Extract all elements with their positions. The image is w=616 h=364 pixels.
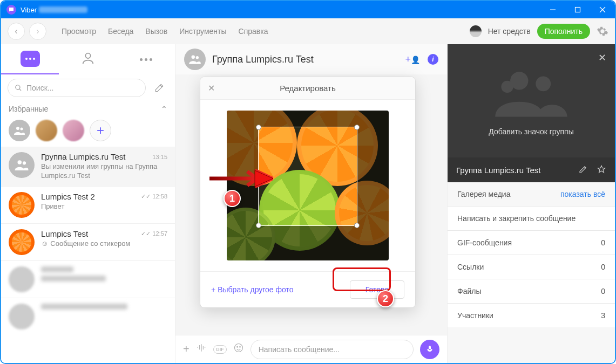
menu-chat[interactable]: Беседа — [108, 27, 133, 36]
media-label: Галерея медиа — [457, 190, 510, 198]
contact-avatar — [9, 192, 35, 218]
chat-item-blurred[interactable] — [1, 261, 175, 298]
crop-handle-bl[interactable] — [256, 223, 261, 228]
info-title: Группа Lumpics.ru Test — [456, 166, 540, 175]
gif-label: GIF-сообщения — [457, 238, 512, 247]
chat-header-avatar[interactable] — [184, 49, 206, 70]
maximize-button[interactable] — [565, 1, 590, 18]
pin-label: Написать и закрепить сообщение — [457, 214, 576, 223]
voice-msg-icon[interactable] — [196, 342, 207, 356]
tab-more[interactable] — [117, 44, 175, 74]
chat-item-group[interactable]: Группа Lumpics.ru Test 13:15 Вы изменили… — [1, 147, 175, 187]
info-panel: ✕ Добавить значок группы Группа Lumpics.… — [448, 44, 615, 363]
info-section-links[interactable]: Ссылки 0 — [448, 255, 615, 279]
links-label: Ссылки — [457, 263, 484, 271]
attach-icon[interactable]: + — [183, 343, 189, 355]
add-group-icon-label[interactable]: Добавить значок группы — [489, 127, 573, 136]
chat-time: ✓✓12:57 — [141, 230, 167, 237]
svg-point-13 — [501, 81, 513, 93]
group-placeholder-icon — [493, 66, 569, 122]
titlebar: Viber — [1, 1, 615, 18]
gif-icon[interactable]: GIF — [213, 345, 227, 354]
chat-title: Lumpics Test — [41, 229, 88, 238]
mic-button[interactable] — [420, 340, 439, 359]
sticker-icon[interactable] — [233, 342, 244, 356]
titlebar-blur — [39, 6, 87, 13]
topup-button[interactable]: Пополнить — [537, 24, 590, 39]
favorite-star-icon[interactable] — [597, 164, 606, 176]
settings-icon[interactable] — [597, 25, 608, 37]
svg-point-6 — [192, 55, 195, 59]
svg-point-8 — [234, 344, 242, 352]
favorites-label: Избранные — [9, 105, 48, 113]
favorite-group[interactable] — [9, 120, 30, 141]
compose-button[interactable] — [150, 79, 168, 97]
svg-point-7 — [196, 56, 199, 59]
favorite-add-button[interactable]: + — [90, 120, 111, 141]
minimize-button[interactable] — [540, 1, 565, 18]
contact-avatar-blurred — [9, 266, 35, 292]
info-section-pin[interactable]: Написать и закрепить сообщение — [448, 207, 615, 231]
annotation-arrow — [208, 169, 273, 188]
menu-tools[interactable]: Инструменты — [179, 27, 226, 36]
search-input[interactable]: Поиск... — [8, 79, 146, 97]
app-icon — [6, 5, 16, 15]
nav-back-button[interactable]: ‹ — [8, 23, 25, 40]
add-participant-button[interactable]: +👤 — [405, 54, 420, 65]
info-section-files[interactable]: Файлы 0 — [448, 279, 615, 304]
svg-point-10 — [239, 347, 240, 348]
favorites-header[interactable]: Избранные ⌃ — [1, 101, 175, 116]
info-section-media[interactable]: Галерея медиа показать всё — [448, 182, 615, 207]
files-count: 0 — [601, 287, 605, 296]
chat-header: Группа Lumpics.ru Test +👤 i — [175, 44, 447, 74]
modal-close-button[interactable]: ✕ — [208, 83, 215, 93]
chat-item[interactable]: Lumpics Test ✓✓12:57 ☺Сообщение со стике… — [1, 224, 175, 261]
chat-info-button[interactable]: i — [428, 54, 438, 65]
menu-call[interactable]: Вызов — [145, 27, 167, 36]
crop-handle-br[interactable] — [354, 223, 360, 228]
show-all-link[interactable]: показать всё — [560, 190, 605, 198]
members-count: 3 — [601, 311, 605, 320]
menu-help[interactable]: Справка — [239, 27, 268, 36]
svg-point-12 — [536, 76, 551, 91]
read-checks-icon: ✓✓ — [141, 230, 151, 237]
favorite-contact-2[interactable] — [63, 120, 84, 141]
search-icon — [15, 84, 22, 92]
svg-point-4 — [18, 160, 22, 164]
chat-item[interactable]: Lumpics Test 2 ✓✓12:58 Привет — [1, 187, 175, 224]
chat-subtitle: Привет — [41, 202, 167, 211]
sidebar: Поиск... Избранные ⌃ + Группа L — [1, 44, 175, 363]
chat-subtitle: Вы изменили имя группы на Группа Lumpics… — [41, 162, 167, 181]
message-input[interactable]: Написать сообщение... — [251, 340, 414, 359]
info-close-button[interactable]: ✕ — [598, 52, 606, 64]
edit-name-icon[interactable] — [578, 164, 588, 176]
crop-handle-tl[interactable] — [256, 125, 261, 130]
files-label: Файлы — [457, 287, 481, 296]
chat-time: 13:15 — [152, 154, 167, 160]
contacts-icon — [80, 51, 96, 68]
blurred-text — [41, 276, 106, 281]
tab-contacts[interactable] — [59, 44, 117, 74]
blurred-text — [41, 304, 127, 310]
more-icon — [140, 58, 152, 61]
svg-point-3 — [21, 128, 23, 131]
close-button[interactable] — [590, 1, 615, 18]
choose-another-photo-button[interactable]: +Выбрать другое фото — [211, 280, 294, 299]
crop-handle-tr[interactable] — [354, 125, 360, 130]
info-hero: ✕ Добавить значок группы — [448, 44, 615, 157]
favorite-contact-1[interactable] — [36, 120, 57, 141]
info-section-gif[interactable]: GIF-сообщения 0 — [448, 231, 615, 255]
info-section-members[interactable]: Участники 3 — [448, 304, 615, 327]
chevron-up-icon: ⌃ — [161, 105, 167, 113]
chat-subtitle: ☺Сообщение со стикером — [41, 239, 167, 249]
tab-chats[interactable] — [1, 44, 59, 74]
chat-item-blurred[interactable] — [1, 298, 175, 335]
nav-forward-button[interactable]: › — [29, 23, 46, 40]
chat-time: ✓✓12:58 — [141, 193, 167, 200]
contact-avatar-blurred — [9, 304, 35, 329]
svg-point-9 — [236, 347, 238, 348]
annotation-highlight-done — [333, 267, 391, 291]
composer: + GIF Написать сообщение... — [175, 335, 447, 363]
chats-icon — [21, 51, 40, 67]
menu-view[interactable]: Просмотр — [62, 27, 96, 36]
